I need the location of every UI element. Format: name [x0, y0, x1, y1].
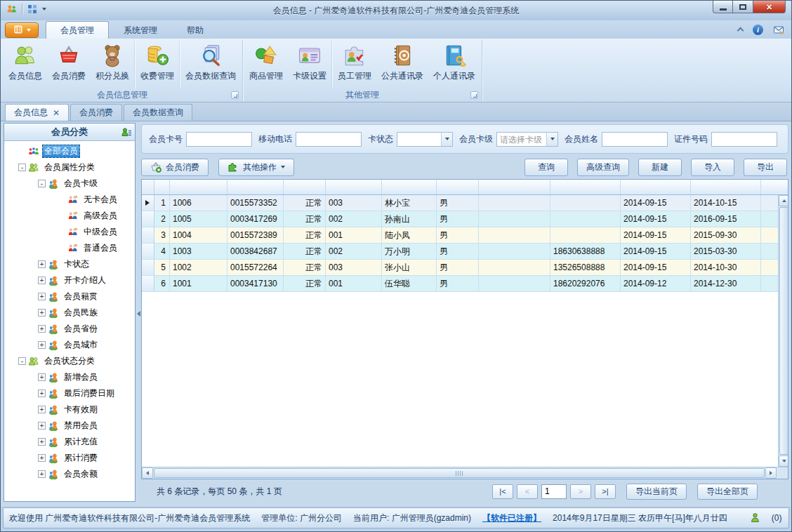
first-page-button[interactable]: |< — [492, 484, 513, 499]
collapse-ribbon-icon[interactable] — [737, 27, 744, 34]
import-button[interactable]: 导入 — [691, 159, 734, 176]
table-row[interactable]: 5 1002 0015572264 正常 003 张小山 男 135265088… — [142, 260, 778, 276]
horizontal-scroll-thumb[interactable] — [154, 468, 765, 478]
column-header[interactable] — [691, 180, 761, 194]
tree-expander-icon[interactable]: + — [38, 422, 46, 430]
tree-item[interactable]: + 会员省份 — [4, 321, 135, 337]
tree-item[interactable]: 全部会员 — [4, 143, 135, 159]
id-number-input[interactable] — [711, 132, 777, 147]
tree-item[interactable]: 高级会员 — [4, 208, 135, 224]
mobile-input[interactable] — [296, 132, 362, 147]
ribbon-tab[interactable]: 帮助 — [172, 21, 218, 39]
application-menu-button[interactable] — [5, 22, 39, 38]
feedback-mail-icon[interactable] — [773, 24, 784, 35]
ribbon-button[interactable]: 会员消费 — [47, 41, 91, 89]
close-button[interactable]: × — [753, 1, 786, 13]
tree-expander-icon[interactable]: + — [38, 438, 46, 446]
table-row[interactable]: 6 1001 0003417130 正常 001 伍华聪 男 186202920… — [142, 276, 778, 292]
column-header[interactable] — [761, 180, 778, 194]
tree-item[interactable]: + 会员城市 — [4, 337, 135, 353]
ribbon-button[interactable]: 员工管理 — [333, 41, 376, 89]
tree-item[interactable]: + 禁用会员 — [4, 418, 135, 434]
tree-expander-icon[interactable]: + — [38, 390, 46, 397]
member-consume-button[interactable]: 会员消费 — [141, 159, 209, 176]
last-page-button[interactable]: >| — [595, 484, 616, 499]
next-page-button[interactable]: > — [570, 484, 591, 499]
tree-expander-icon[interactable]: + — [38, 260, 46, 268]
new-button[interactable]: 新建 — [638, 159, 682, 176]
ribbon-button[interactable]: 会员信息 — [4, 41, 47, 89]
tree-item[interactable]: - 会员卡级 — [4, 175, 135, 192]
column-header[interactable] — [284, 180, 326, 194]
document-tab[interactable]: 会员消费 ✕ — [70, 104, 122, 121]
tree-expander-icon[interactable]: + — [38, 277, 46, 284]
tree-item[interactable]: + 新增会员 — [4, 369, 135, 385]
tree-item[interactable]: + 卡有效期 — [4, 401, 135, 418]
other-operations-button[interactable]: 其他操作 — [218, 159, 294, 176]
export-all-pages-button[interactable]: 导出全部页 — [697, 484, 758, 500]
query-button[interactable]: 查询 — [524, 159, 568, 176]
ribbon-button[interactable]: 个人通讯录 — [428, 41, 480, 89]
document-tab[interactable]: 会员数据查询 ✕ — [124, 104, 192, 121]
minimize-button[interactable] — [713, 1, 733, 13]
card-level-select[interactable]: 请选择卡级 — [496, 132, 558, 147]
registered-link[interactable]: 【软件已注册】 — [482, 512, 541, 524]
export-button[interactable]: 导出 — [744, 159, 787, 176]
table-row[interactable]: 1 1006 0015573352 正常 003 林小宝 男 2014-09-1… — [142, 195, 778, 211]
ribbon-button[interactable]: 商品管理 — [244, 41, 288, 89]
tree-item[interactable]: + 累计充值 — [4, 434, 135, 450]
tree-item[interactable]: + 会员余额 — [4, 466, 135, 482]
row-selector-cell[interactable] — [142, 276, 154, 291]
ribbon-tab[interactable]: 会员管理 — [46, 21, 109, 39]
tree-expander-icon[interactable]: + — [38, 406, 46, 413]
tree-expander-icon[interactable]: + — [38, 325, 46, 333]
restore-button[interactable] — [733, 1, 753, 13]
panel-splitter[interactable] — [136, 121, 141, 506]
dialog-launcher-icon[interactable] — [470, 91, 478, 99]
panel-user-icon[interactable] — [121, 126, 132, 138]
card-number-input[interactable] — [186, 132, 252, 147]
row-selector-cell[interactable] — [142, 260, 154, 275]
ribbon-button[interactable]: 积分兑换 — [91, 41, 135, 89]
tree-expander-icon[interactable]: - — [38, 180, 46, 187]
row-selector-cell[interactable] — [142, 211, 154, 227]
tree-expander-icon[interactable]: + — [38, 454, 46, 462]
tree-item[interactable]: - 会员状态分类 — [4, 353, 135, 369]
tree-expander-icon[interactable]: + — [38, 293, 46, 300]
advanced-query-button[interactable]: 高级查询 — [577, 159, 629, 176]
column-header[interactable] — [326, 180, 382, 194]
member-name-input[interactable] — [602, 132, 668, 147]
column-header[interactable] — [437, 180, 479, 194]
chevron-down-icon[interactable] — [441, 133, 452, 146]
tree-item[interactable]: + 会员民族 — [4, 305, 135, 321]
ribbon-tab[interactable]: 系统管理 — [109, 21, 172, 39]
online-user-icon[interactable] — [750, 512, 760, 524]
tree-item[interactable]: + 累计消费 — [4, 450, 135, 466]
column-header[interactable] — [621, 180, 691, 194]
tree-item[interactable]: 中级会员 — [4, 224, 135, 240]
tree-item[interactable]: 无卡会员 — [4, 192, 135, 208]
tree-expander-icon[interactable]: + — [38, 470, 46, 478]
column-header[interactable] — [550, 180, 621, 194]
tree-item[interactable]: + 会员籍贯 — [4, 288, 135, 305]
tree-item[interactable]: 普通会员 — [4, 240, 135, 256]
table-row[interactable]: 2 1005 0003417269 正常 002 孙南山 男 2014-09-1… — [142, 211, 778, 227]
export-current-page-button[interactable]: 导出当前页 — [626, 484, 687, 500]
tree-item[interactable]: + 开卡介绍人 — [4, 272, 135, 288]
tree-item[interactable]: + 卡状态 — [4, 256, 135, 272]
vertical-scroll-thumb[interactable] — [779, 207, 788, 455]
tree-item[interactable]: + 最后消费日期 — [4, 385, 135, 401]
scroll-right-icon[interactable] — [765, 467, 777, 479]
scroll-left-icon[interactable] — [142, 467, 153, 479]
column-header[interactable] — [382, 180, 437, 194]
ribbon-button[interactable]: 公共通讯录 — [376, 41, 428, 89]
tree-expander-icon[interactable]: + — [38, 341, 46, 349]
row-selector-cell[interactable] — [142, 244, 154, 259]
table-row[interactable]: 3 1004 0015572389 正常 001 陆小凤 男 2014-09-1… — [142, 227, 778, 244]
ribbon-button[interactable]: 会员数据查询 — [180, 41, 241, 89]
info-icon[interactable]: i — [753, 25, 763, 35]
ribbon-button[interactable]: 卡级设置 — [288, 41, 332, 89]
tree-expander-icon[interactable]: + — [38, 309, 46, 317]
row-selector-cell[interactable] — [142, 227, 154, 243]
column-header[interactable] — [170, 180, 227, 194]
